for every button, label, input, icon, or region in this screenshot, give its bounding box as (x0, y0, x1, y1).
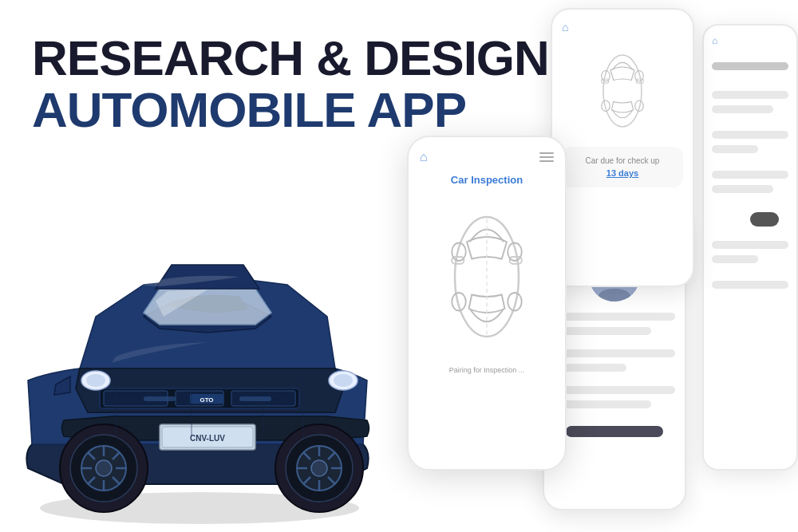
menu-icon[interactable] (539, 152, 554, 162)
fr-bar-2 (712, 91, 788, 99)
fr-bar-5 (712, 145, 758, 153)
content-bar-6 (554, 400, 651, 408)
title-line1: RESEARCH & DESIGN (32, 32, 549, 84)
home-icon[interactable]: ⌂ (420, 150, 428, 164)
svg-rect-59 (239, 396, 271, 401)
due-text: Car due for check up (571, 156, 674, 165)
fr-bar-1 (712, 62, 788, 70)
fr-bar-3 (712, 105, 773, 113)
pairing-text: Pairing for Inspection ... (420, 366, 554, 374)
due-days: 13 days (571, 168, 674, 178)
phone-center: ⌂ Car Inspection (407, 136, 567, 471)
home-icon-fr: ⌂ (712, 35, 717, 46)
phone-center-header: ⌂ (420, 150, 554, 164)
content-bar-1 (554, 313, 675, 321)
content-bar-5 (554, 386, 675, 394)
svg-text:GTO: GTO (200, 396, 213, 404)
fr-bar-6 (712, 171, 788, 179)
content-bar-3 (554, 349, 675, 357)
svg-point-8 (603, 55, 642, 127)
svg-point-37 (96, 460, 112, 476)
phone-far-right-header: ⌂ (712, 35, 788, 46)
svg-rect-58 (144, 396, 176, 401)
toggle-switch[interactable] (750, 212, 779, 227)
fr-bar-8 (712, 241, 788, 249)
due-card: Car due for check up 13 days (562, 147, 683, 187)
fr-bar-4 (712, 131, 788, 139)
fr-bar-10 (712, 281, 788, 289)
svg-text:CNV-LUV: CNV-LUV (190, 434, 225, 443)
fr-bar-7 (712, 185, 773, 193)
phone-right1-header: ⌂ (562, 21, 683, 33)
main-container: RESEARCH & DESIGN AUTOMOBILE APP ⌂ Car I… (0, 0, 798, 532)
svg-point-49 (311, 460, 327, 476)
phone-far-right: ⌂ (702, 24, 798, 471)
home-icon-r1: ⌂ (562, 21, 568, 33)
phone-center-title: Car Inspection (420, 174, 554, 186)
svg-point-30 (334, 374, 353, 387)
title-line2: AUTOMOBILE APP (32, 84, 549, 136)
car-top-view (431, 197, 543, 357)
svg-point-28 (86, 374, 105, 387)
content-bar-2 (554, 327, 651, 335)
car-illustration: GTO CNV-LUV (0, 141, 439, 532)
title-section: RESEARCH & DESIGN AUTOMOBILE APP (32, 32, 549, 136)
fr-bar-9 (712, 255, 758, 263)
phone-right1: ⌂ Car due for chec (551, 8, 694, 287)
cta-button[interactable] (566, 426, 663, 437)
